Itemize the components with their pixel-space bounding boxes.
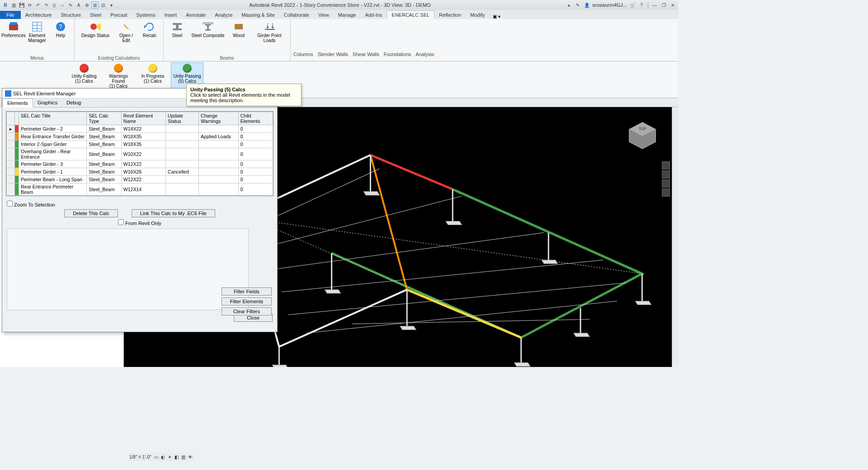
thin-lines-icon[interactable]: ⊞	[91, 1, 99, 9]
open-icon[interactable]: ▥	[10, 1, 17, 9]
tab-enercalc-sel[interactable]: ENERCALC SEL	[387, 10, 434, 19]
tab-structure[interactable]: Structure	[56, 11, 85, 19]
align-icon[interactable]: ✎	[67, 1, 74, 9]
table-row[interactable]: Overhang Girder - Rear EntranceSteel_Bea…	[7, 148, 273, 160]
tab-precast[interactable]: Precast	[106, 11, 132, 19]
table-row[interactable]: Perimeter Beam - Long SpanSteel_BeamW12X…	[7, 176, 273, 183]
steel-button[interactable]: Steel	[166, 20, 188, 44]
tab-systems[interactable]: Systems	[132, 11, 160, 19]
ribbon-link-foundations[interactable]: Foundations	[384, 52, 411, 57]
zoom-icon[interactable]	[662, 179, 670, 188]
cell-elem: W12X14	[121, 183, 165, 196]
design-status-button[interactable]: Design Status	[77, 20, 113, 44]
table-row[interactable]: Interior 2-Span GirderSteel_BeamW18X350	[7, 141, 273, 148]
color-key-red[interactable]: Unity Failing(1) Calcs	[68, 62, 100, 90]
table-row[interactable]: Perimeter Girder - 3Steel_BeamW12X220	[7, 160, 273, 168]
full-nav-wheel-icon[interactable]	[662, 161, 670, 169]
info-icon[interactable]: ◂	[565, 1, 572, 9]
dialog-tab-graphics[interactable]: Graphics	[33, 99, 62, 107]
keyword-icon[interactable]: ✎	[574, 1, 581, 9]
undo-icon[interactable]: ↶	[34, 1, 42, 9]
table-row[interactable]: ▸Perimeter Girder - 2Steel_BeamW14X220	[7, 125, 273, 133]
col-header[interactable]: Revit Element Name	[121, 112, 165, 125]
sync-icon[interactable]: ⟳	[26, 1, 33, 9]
group-label: Existing Calculations	[98, 55, 140, 61]
panel-options-icon[interactable]: ▣ ▾	[493, 14, 500, 19]
cart-icon[interactable]: 🛒	[629, 1, 636, 9]
tab-architecture[interactable]: Architecture	[21, 11, 57, 19]
close-inactive-icon[interactable]: ⊟	[99, 1, 107, 9]
help-icon[interactable]: ?	[638, 1, 645, 9]
dialog-tab-debug[interactable]: Debug	[62, 99, 85, 107]
row-indicator	[7, 148, 15, 160]
tab-view[interactable]: View	[314, 11, 334, 19]
tab-steel[interactable]: Steel	[85, 11, 106, 19]
pan-icon[interactable]	[662, 170, 670, 179]
link-calc-button[interactable]: Link This Calc to My .EC6 File	[132, 209, 215, 217]
restore-icon[interactable]: ❐	[660, 1, 667, 9]
dialog-tab-elements[interactable]: Elements	[2, 99, 33, 108]
preferences-button[interactable]: Preferences	[3, 20, 24, 44]
orbit-icon[interactable]	[662, 188, 670, 197]
save-icon[interactable]: 💾	[18, 1, 25, 9]
close-icon[interactable]: ✕	[669, 1, 676, 9]
tab-add-ins[interactable]: Add-Ins	[360, 11, 387, 19]
ribbon-link-columns[interactable]: Columns	[293, 52, 313, 57]
tab-file[interactable]: File	[0, 11, 21, 19]
print-icon[interactable]: ⎙	[51, 1, 58, 9]
col-header[interactable]: SEL Calc Type	[87, 112, 121, 125]
table-row[interactable]: Rear Entrance Perimeter BeamSteel_BeamW1…	[7, 183, 273, 196]
vertical-scrollbar[interactable]	[672, 107, 678, 367]
viewcube[interactable]: TOP	[627, 120, 658, 151]
user-name[interactable]: sroswurm4GJ...	[592, 2, 627, 8]
tab-modify[interactable]: Modify	[466, 11, 489, 19]
minimize-icon[interactable]: —	[651, 1, 658, 9]
steel-composite-button[interactable]: Steel Composite	[190, 20, 226, 44]
open-edit-button[interactable]: ✏️Open / Edit	[115, 20, 137, 44]
tab-analyze[interactable]: Analyze	[210, 11, 237, 19]
zoom-checkbox[interactable]: Zoom To Selection	[7, 201, 55, 207]
ribbon-link-shear-walls[interactable]: Shear Walls	[353, 52, 379, 57]
user-icon[interactable]: 👤	[583, 1, 590, 9]
tab-massing-site[interactable]: Massing & Site	[237, 11, 279, 19]
redo-icon[interactable]: ↷	[42, 1, 50, 9]
clear-filters-button[interactable]: Clear Filters	[222, 307, 272, 315]
from-revit-checkbox[interactable]: From Revit Only	[118, 219, 161, 226]
cell-warn	[199, 183, 239, 196]
table-row[interactable]: Perimeter Girder - 1Steel_BeamW16X26Canc…	[7, 168, 273, 176]
gear-icon[interactable]: ⚙	[83, 1, 90, 9]
table-row[interactable]: Rear Entrance Transfer GirderSteel_BeamW…	[7, 133, 273, 141]
delete-calc-button[interactable]: Delete This Calc	[64, 209, 118, 217]
color-key-yel[interactable]: In Progress(1) Calcs	[137, 62, 169, 90]
ribbon-link-analysis[interactable]: Analysis	[415, 52, 434, 57]
tab-insert[interactable]: Insert	[160, 11, 182, 19]
col-header[interactable]: Change Warnings	[199, 112, 239, 125]
label: (1) Calcs	[144, 79, 162, 84]
tab-annotate[interactable]: Annotate	[181, 11, 210, 19]
tab-reflection[interactable]: Reflection	[434, 11, 466, 19]
recalc-button[interactable]: Recalc	[139, 20, 160, 44]
tab-manage[interactable]: Manage	[334, 11, 361, 19]
label: Wood	[233, 33, 245, 38]
text-icon[interactable]: A	[75, 1, 82, 9]
tab-collaborate[interactable]: Collaborate	[279, 11, 314, 19]
help-button[interactable]: ?Help	[50, 20, 71, 44]
steel-icon	[172, 21, 183, 32]
switch-windows-icon[interactable]: ▾	[108, 1, 115, 9]
element-manager-button[interactable]: ElementManager	[26, 20, 48, 44]
status-color	[15, 176, 19, 183]
nav-bar[interactable]	[662, 161, 671, 197]
col-header[interactable]: Child Elements	[238, 112, 273, 125]
status-color	[15, 133, 19, 141]
filter-elements-button[interactable]: Filter Elements	[222, 297, 272, 306]
cell-upd	[166, 141, 199, 148]
measure-icon[interactable]: ↔	[59, 1, 66, 9]
calc-grid[interactable]: SEL Calc TitleSEL Calc TypeRevit Element…	[6, 111, 274, 196]
wood-button[interactable]: Wood	[228, 20, 250, 44]
girder-loads-button[interactable]: Girder Point Loads	[251, 20, 288, 44]
ribbon-link-slender-walls[interactable]: Slender Walls	[317, 52, 348, 57]
filter-fields-button[interactable]: Filter Fields	[222, 287, 272, 296]
col-header[interactable]: SEL Calc Title	[19, 112, 87, 125]
col-header[interactable]: Update Status	[166, 112, 199, 125]
color-key-org[interactable]: Warnings Found(1) Calcs	[102, 62, 135, 90]
